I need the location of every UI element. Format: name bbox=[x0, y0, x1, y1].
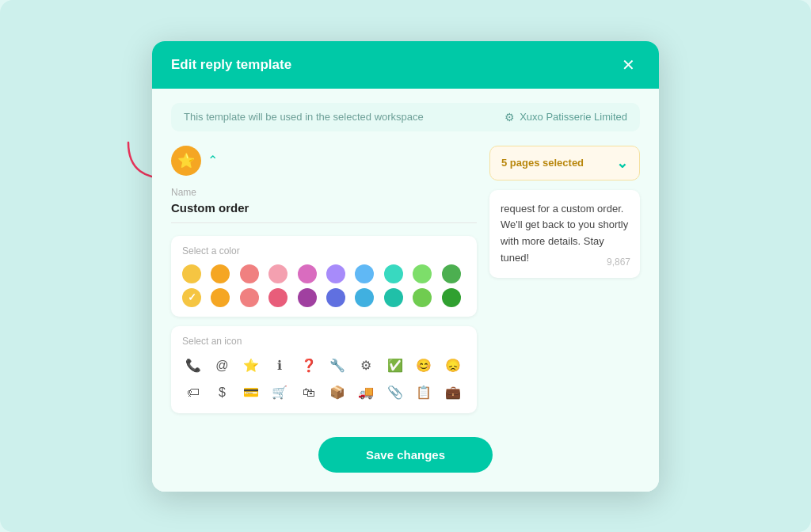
color-dot[interactable] bbox=[355, 264, 374, 283]
color-dot[interactable] bbox=[268, 264, 287, 283]
icon-badge-row: ⭐ ⌃ bbox=[171, 146, 477, 176]
icon-phone[interactable]: 📞 bbox=[182, 355, 204, 377]
color-dot-selected[interactable] bbox=[182, 288, 201, 307]
icon-question[interactable]: ❓ bbox=[298, 355, 320, 377]
left-panel: ⭐ ⌃ Name Custom order Select a color bbox=[171, 146, 477, 423]
color-dot[interactable] bbox=[413, 264, 432, 283]
color-dot[interactable] bbox=[384, 264, 403, 283]
chevron-down-icon: ⌄ bbox=[616, 154, 628, 172]
icon-wrench[interactable]: 🔧 bbox=[326, 355, 348, 377]
icon-truck[interactable]: 🚚 bbox=[355, 382, 377, 404]
message-box: request for a custom order. We'll get ba… bbox=[489, 190, 640, 278]
icon-clipboard[interactable]: 📋 bbox=[413, 382, 435, 404]
color-dot[interactable] bbox=[211, 288, 230, 307]
name-value: Custom order bbox=[171, 201, 477, 215]
save-changes-button[interactable]: Save changes bbox=[318, 437, 493, 473]
color-dot[interactable] bbox=[442, 288, 461, 307]
template-icon-badge[interactable]: ⭐ bbox=[171, 146, 201, 176]
color-dot[interactable] bbox=[240, 288, 259, 307]
color-section: Select a color bbox=[171, 236, 477, 317]
right-panel: 5 pages selected ⌄ request for a custom … bbox=[489, 146, 640, 278]
modal-title: Edit reply template bbox=[171, 57, 291, 73]
content-row: ⭐ ⌃ Name Custom order Select a color bbox=[171, 146, 640, 423]
color-dot[interactable] bbox=[326, 288, 345, 307]
color-dot[interactable] bbox=[413, 288, 432, 307]
color-dot[interactable] bbox=[211, 264, 230, 283]
color-dot[interactable] bbox=[268, 288, 287, 307]
workspace-info: ⚙ Xuxo Patisserie Limited bbox=[504, 111, 627, 124]
pages-selector[interactable]: 5 pages selected ⌄ bbox=[489, 146, 640, 180]
icon-at[interactable]: @ bbox=[211, 355, 233, 377]
color-section-label: Select a color bbox=[182, 245, 466, 256]
icon-bag[interactable]: 🛍 bbox=[298, 382, 320, 404]
color-dot[interactable] bbox=[326, 264, 345, 283]
icon-dollar[interactable]: $ bbox=[211, 382, 233, 404]
icon-box[interactable]: 📦 bbox=[326, 382, 348, 404]
name-label: Name bbox=[171, 187, 477, 198]
modal-header: Edit reply template ✕ bbox=[152, 41, 659, 89]
icon-tag[interactable]: 🏷 bbox=[182, 382, 204, 404]
edit-template-modal: Edit reply template ✕ This template will… bbox=[152, 41, 659, 492]
color-dot[interactable] bbox=[298, 264, 317, 283]
color-dot[interactable] bbox=[298, 288, 317, 307]
icon-gear[interactable]: ⚙ bbox=[355, 355, 377, 377]
icon-section: Select an icon 📞 @ ⭐ ℹ ❓ 🔧 ⚙ ✅ 😊 😞 bbox=[171, 326, 477, 413]
workspace-banner-text: This template will be used in the select… bbox=[184, 111, 424, 123]
icon-briefcase[interactable]: 💼 bbox=[442, 382, 464, 404]
color-dot[interactable] bbox=[182, 264, 201, 283]
color-dot[interactable] bbox=[355, 288, 374, 307]
color-dot[interactable] bbox=[442, 264, 461, 283]
color-dot[interactable] bbox=[384, 288, 403, 307]
name-section: Name Custom order bbox=[171, 187, 477, 223]
gear-icon: ⚙ bbox=[504, 111, 515, 124]
icon-info[interactable]: ℹ bbox=[268, 355, 291, 377]
badge-icon: ⭐ bbox=[177, 152, 195, 169]
color-grid bbox=[182, 264, 466, 307]
icon-section-label: Select an icon bbox=[182, 336, 466, 347]
color-dot[interactable] bbox=[240, 264, 259, 283]
icon-cart[interactable]: 🛒 bbox=[268, 382, 291, 404]
icon-check[interactable]: ✅ bbox=[384, 355, 406, 377]
close-button[interactable]: ✕ bbox=[617, 55, 640, 74]
pages-selected-label: 5 pages selected bbox=[501, 157, 584, 169]
icon-sad[interactable]: 😞 bbox=[442, 355, 464, 377]
icon-grid: 📞 @ ⭐ ℹ ❓ 🔧 ⚙ ✅ 😊 😞 🏷 $ 💳 bbox=[182, 355, 466, 404]
icon-star[interactable]: ⭐ bbox=[240, 355, 262, 377]
modal-body: This template will be used in the select… bbox=[152, 89, 659, 492]
icon-smile[interactable]: 😊 bbox=[413, 355, 435, 377]
chevron-up-icon[interactable]: ⌃ bbox=[208, 153, 218, 168]
icon-clip[interactable]: 📎 bbox=[384, 382, 406, 404]
icon-card[interactable]: 💳 bbox=[240, 382, 262, 404]
workspace-name: Xuxo Patisserie Limited bbox=[520, 111, 627, 123]
workspace-banner: This template will be used in the select… bbox=[171, 103, 640, 131]
modal-backdrop: Edit reply template ✕ This template will… bbox=[0, 0, 811, 532]
char-count: 9,867 bbox=[607, 255, 630, 270]
